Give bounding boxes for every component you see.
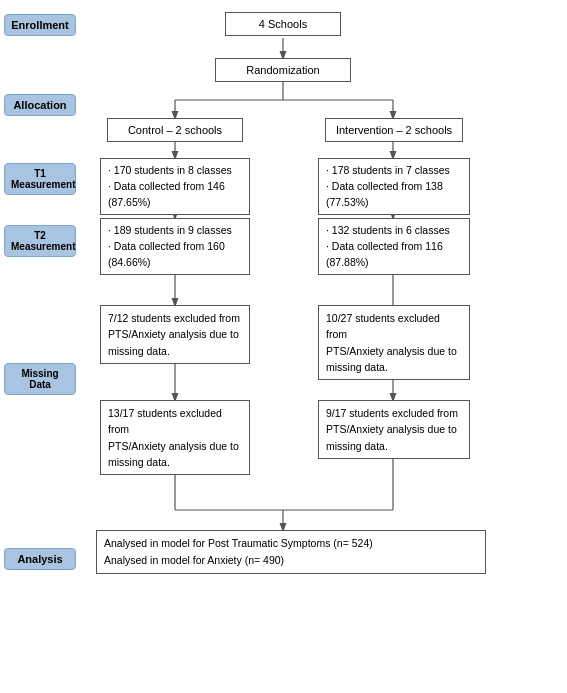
intervention-label: Intervention – 2 schools xyxy=(336,124,452,136)
connectors-svg xyxy=(0,0,567,693)
intervention-box: Intervention – 2 schools xyxy=(325,118,463,142)
t1-measurement-label: T1 Measurement xyxy=(4,163,76,195)
missing1-control-box: 7/12 students excluded fromPTS/Anxiety a… xyxy=(100,305,250,364)
t1-control-box: · 170 students in 8 classes· Data collec… xyxy=(100,158,250,215)
missing2-intervention-label: 9/17 students excluded fromPTS/Anxiety a… xyxy=(326,407,458,452)
control-label: Control – 2 schools xyxy=(128,124,222,136)
enrollment-label: Enrollment xyxy=(4,14,76,36)
missing1-control-label: 7/12 students excluded fromPTS/Anxiety a… xyxy=(108,312,240,357)
missing1-intervention-box: 10/27 students excluded fromPTS/Anxiety … xyxy=(318,305,470,380)
t1-intervention-box: · 178 students in 7 classes· Data collec… xyxy=(318,158,470,215)
t2-control-box: · 189 students in 9 classes· Data collec… xyxy=(100,218,250,275)
schools-label: 4 Schools xyxy=(259,18,307,30)
allocation-label: Allocation xyxy=(4,94,76,116)
t2-control-label: · 189 students in 9 classes· Data collec… xyxy=(108,224,232,268)
analysis-label: Analysis xyxy=(4,548,76,570)
missing-data-label: Missing Data xyxy=(4,363,76,395)
control-box: Control – 2 schools xyxy=(107,118,243,142)
t2-measurement-label: T2 Measurement xyxy=(4,225,76,257)
schools-box: 4 Schools xyxy=(225,12,341,36)
t2-intervention-box: · 132 students in 6 classes· Data collec… xyxy=(318,218,470,275)
missing2-intervention-box: 9/17 students excluded fromPTS/Anxiety a… xyxy=(318,400,470,459)
page-wrapper: Enrollment Allocation T1 Measurement T2 … xyxy=(0,0,567,693)
missing2-control-label: 13/17 students excluded fromPTS/Anxiety … xyxy=(108,407,239,468)
missing2-control-box: 13/17 students excluded fromPTS/Anxiety … xyxy=(100,400,250,475)
t1-control-label: · 170 students in 8 classes· Data collec… xyxy=(108,164,232,208)
randomization-label: Randomization xyxy=(246,64,319,76)
randomization-box: Randomization xyxy=(215,58,351,82)
missing1-intervention-label: 10/27 students excluded fromPTS/Anxiety … xyxy=(326,312,457,373)
analysis-label-text: Analysed in model for Post Traumatic Sym… xyxy=(104,537,373,566)
analysis-box: Analysed in model for Post Traumatic Sym… xyxy=(96,530,486,574)
t1-intervention-label: · 178 students in 7 classes· Data collec… xyxy=(326,164,450,208)
t2-intervention-label: · 132 students in 6 classes· Data collec… xyxy=(326,224,450,268)
